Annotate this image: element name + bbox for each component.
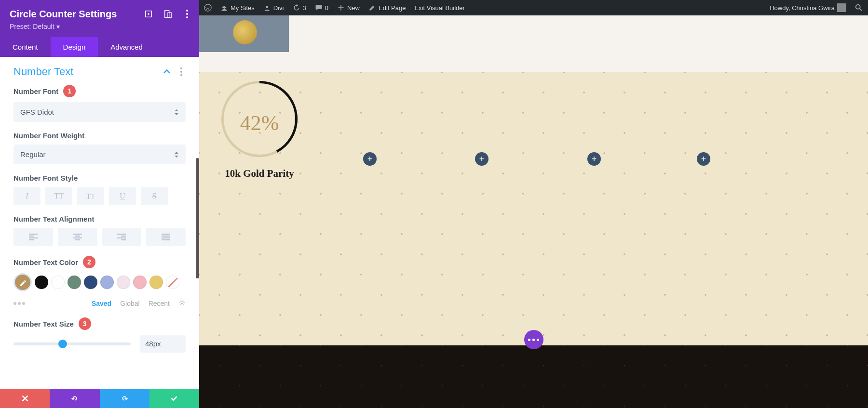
collapse-icon[interactable] (163, 68, 170, 75)
svg-point-2 (856, 5, 860, 9)
badge-2: 2 (83, 256, 95, 268)
color-swatch[interactable] (100, 276, 114, 289)
color-swatch[interactable] (35, 276, 48, 289)
settings-panel: Circle Counter Settings Preset: Default … (0, 0, 199, 408)
svg-rect-5 (165, 11, 169, 17)
canvas-header-area (199, 15, 868, 72)
add-module-button[interactable]: + (475, 152, 488, 166)
avatar (837, 3, 846, 12)
font-style-button[interactable]: TT (45, 187, 72, 205)
style-label: Number Font Style (14, 174, 78, 182)
new-content[interactable]: New (337, 4, 360, 12)
tab-design[interactable]: Design (51, 37, 98, 57)
svg-rect-10 (29, 239, 34, 240)
size-slider[interactable] (14, 342, 131, 345)
svg-rect-22 (162, 239, 170, 240)
svg-rect-8 (29, 236, 34, 237)
color-swatch[interactable] (117, 276, 130, 289)
section-title[interactable]: Number Text (14, 66, 73, 78)
responsive-icon[interactable] (163, 10, 172, 18)
cancel-button[interactable] (0, 389, 50, 408)
svg-rect-13 (73, 237, 82, 238)
svg-rect-15 (117, 234, 126, 235)
palette-tab-global[interactable]: Global (120, 300, 139, 307)
section-more-icon[interactable] (177, 67, 186, 76)
svg-point-4 (148, 13, 149, 15)
svg-rect-7 (29, 234, 38, 235)
exit-visual-builder[interactable]: Exit Visual Builder (414, 4, 465, 12)
palette-settings-icon[interactable] (178, 299, 186, 308)
align-right-button[interactable] (102, 228, 142, 246)
tab-content[interactable]: Content (0, 37, 51, 57)
svg-rect-11 (73, 234, 82, 235)
size-input[interactable] (140, 335, 186, 353)
more-icon[interactable] (183, 10, 191, 18)
palette-more-icon[interactable] (14, 302, 25, 305)
color-swatch[interactable] (84, 276, 97, 289)
preset-selector[interactable]: Preset: Default ▾ (10, 23, 190, 30)
palette-tab-saved[interactable]: Saved (92, 300, 111, 307)
expand-icon[interactable] (144, 10, 153, 18)
color-swatch[interactable] (51, 276, 65, 289)
font-style-button[interactable]: I (14, 187, 41, 205)
svg-rect-20 (162, 236, 170, 237)
svg-rect-14 (75, 239, 80, 240)
align-justify-button[interactable] (146, 228, 186, 246)
color-swatch[interactable] (149, 276, 163, 289)
svg-rect-12 (75, 236, 80, 237)
user-greeting[interactable]: Howdy, Christina Gwira (770, 3, 846, 12)
edit-page[interactable]: Edit Page (368, 4, 406, 12)
redo-button[interactable] (100, 389, 149, 408)
my-sites[interactable]: My Sites (220, 4, 255, 12)
color-picker-button[interactable] (14, 273, 32, 291)
scrollbar[interactable] (196, 158, 199, 278)
svg-point-0 (204, 4, 211, 11)
badge-3: 3 (79, 317, 91, 330)
site-name[interactable]: Divi (263, 4, 284, 12)
add-module-button[interactable]: + (587, 152, 601, 166)
badge-1: 1 (63, 85, 76, 97)
svg-point-1 (266, 6, 268, 8)
svg-rect-19 (162, 234, 170, 235)
font-style-button[interactable]: S (141, 187, 168, 205)
svg-rect-9 (29, 237, 38, 238)
circle-counter-module[interactable]: 42% 10k Gold Parity (218, 78, 300, 180)
font-style-button[interactable]: U (109, 187, 136, 205)
font-label: Number Font (14, 87, 58, 95)
footer-section (199, 345, 868, 408)
font-style-button[interactable]: Tᴛ (77, 187, 104, 205)
slider-thumb[interactable] (58, 340, 67, 348)
counter-title: 10k Gold Parity (218, 168, 300, 180)
color-swatch-none[interactable] (166, 276, 179, 289)
weight-select[interactable]: Regular (14, 145, 186, 164)
svg-rect-18 (121, 239, 126, 240)
add-module-button[interactable]: + (363, 152, 377, 166)
svg-point-23 (181, 302, 183, 304)
page-canvas: 42% 10k Gold Parity + + + + (199, 15, 868, 408)
search-icon[interactable] (854, 3, 863, 12)
tab-advanced[interactable]: Advanced (98, 37, 155, 57)
svg-rect-17 (117, 237, 126, 238)
weight-label: Number Font Weight (14, 132, 84, 140)
color-swatch[interactable] (133, 276, 147, 289)
wp-logo[interactable] (204, 4, 212, 12)
palette-tab-recent[interactable]: Recent (149, 300, 170, 307)
align-label: Number Text Alignment (14, 215, 95, 223)
undo-button[interactable] (50, 389, 99, 408)
add-module-button[interactable]: + (697, 152, 710, 166)
svg-rect-21 (162, 237, 170, 238)
comments[interactable]: 0 (315, 4, 328, 12)
align-center-button[interactable] (58, 228, 97, 246)
font-select[interactable]: GFS Didot (14, 102, 186, 122)
hero-image (199, 15, 289, 52)
builder-fab[interactable] (524, 330, 543, 349)
updates[interactable]: 3 (293, 4, 306, 12)
color-swatch[interactable] (68, 276, 81, 289)
save-button[interactable] (149, 389, 199, 408)
align-left-button[interactable] (14, 228, 53, 246)
size-label: Number Text Size (14, 320, 74, 328)
settings-tabs: Content Design Advanced (0, 37, 199, 57)
svg-rect-16 (121, 236, 126, 237)
counter-percent: 42% (218, 111, 300, 135)
panel-body: Number Text Number Font1 GFS Didot Numbe… (0, 57, 199, 389)
